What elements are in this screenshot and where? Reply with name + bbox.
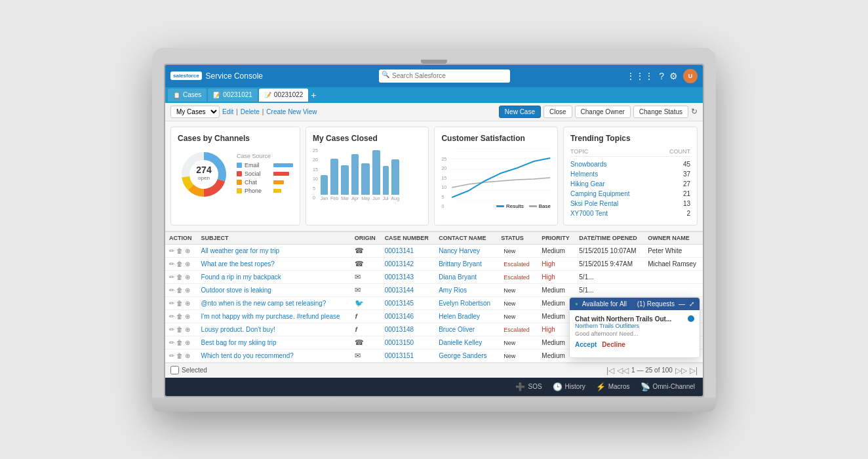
edit-icon[interactable]: ✏ bbox=[169, 313, 174, 320]
change-status-button[interactable]: Change Status bbox=[633, 106, 688, 118]
contact-link[interactable]: Amy Rios bbox=[439, 287, 467, 294]
table-row[interactable]: ✏ 🗑 ⊕ Outdoor stove is leaking ✉ 0001314… bbox=[165, 283, 703, 296]
contact-link[interactable]: Diana Bryant bbox=[439, 273, 477, 281]
case-number-link[interactable]: 00013142 bbox=[385, 260, 414, 268]
subject-link[interactable]: All weather gear for my trip bbox=[201, 247, 280, 254]
delete-icon[interactable]: 🗑 bbox=[176, 326, 183, 333]
contact-link[interactable]: Bruce Oliver bbox=[439, 326, 475, 333]
edit-icon[interactable]: ✏ bbox=[169, 326, 174, 333]
more-icon[interactable]: ⊕ bbox=[185, 326, 190, 333]
contact-link[interactable]: Nancy Harvey bbox=[439, 247, 480, 254]
more-icon[interactable]: ⊕ bbox=[185, 273, 190, 281]
case-number-link[interactable]: 00013141 bbox=[385, 247, 414, 254]
case-number-link[interactable]: 00013151 bbox=[385, 352, 414, 359]
create-view-link[interactable]: Create New View bbox=[266, 108, 317, 115]
delete-icon[interactable]: 🗑 bbox=[176, 352, 183, 359]
contact-link[interactable]: Helen Bradley bbox=[439, 313, 480, 320]
case-number-link[interactable]: 00013143 bbox=[385, 273, 414, 281]
more-icon[interactable]: ⊕ bbox=[185, 313, 190, 320]
apps-icon[interactable]: ⋮⋮⋮ bbox=[626, 71, 654, 81]
edit-icon[interactable]: ✏ bbox=[169, 260, 174, 268]
contact-link[interactable]: Danielle Kelley bbox=[439, 339, 482, 346]
prev-page-button[interactable]: ◁◁ bbox=[617, 366, 629, 375]
delete-icon[interactable]: 🗑 bbox=[176, 260, 183, 268]
table-row[interactable]: ✏ 🗑 ⊕ What are the best ropes? ☎ 0001314… bbox=[165, 257, 703, 270]
view-select[interactable]: My Cases bbox=[170, 106, 220, 118]
case-number-link[interactable]: 00013144 bbox=[385, 287, 414, 294]
select-all-checkbox[interactable] bbox=[170, 366, 179, 374]
minimize-icon[interactable]: — bbox=[679, 300, 685, 308]
subject-link[interactable]: Found a rip in my backpack bbox=[201, 273, 281, 281]
first-page-button[interactable]: |◁ bbox=[606, 366, 614, 375]
delete-icon[interactable]: 🗑 bbox=[176, 300, 183, 307]
new-case-button[interactable]: New Case bbox=[499, 106, 541, 118]
next-page-button[interactable]: ▷▷ bbox=[675, 366, 687, 375]
more-icon[interactable]: ⊕ bbox=[185, 247, 190, 254]
search-input[interactable] bbox=[379, 70, 510, 83]
delete-link[interactable]: Delete bbox=[241, 108, 260, 115]
subject-link[interactable]: Lousy product. Don't buy! bbox=[201, 326, 275, 333]
edit-link[interactable]: Edit bbox=[222, 108, 233, 115]
topic-helments[interactable]: Helments 37 bbox=[570, 169, 690, 179]
case-number-link[interactable]: 00013148 bbox=[385, 326, 414, 333]
bottom-history[interactable]: 🕒 History bbox=[553, 382, 585, 391]
tab-00231022[interactable]: 📝 00231022 bbox=[259, 89, 309, 102]
case-number-link[interactable]: 00013145 bbox=[385, 300, 414, 307]
user-avatar[interactable]: U bbox=[683, 69, 698, 83]
more-icon[interactable]: ⊕ bbox=[185, 260, 190, 268]
case-number-link[interactable]: 00013150 bbox=[385, 339, 414, 346]
topic-hiking-gear[interactable]: Hiking Gear 27 bbox=[570, 179, 690, 189]
refresh-button[interactable]: ↻ bbox=[691, 106, 698, 118]
selected-checkbox[interactable]: Selected bbox=[170, 366, 207, 374]
add-tab-button[interactable]: + bbox=[311, 90, 316, 100]
edit-icon[interactable]: ✏ bbox=[169, 273, 174, 281]
edit-icon[interactable]: ✏ bbox=[169, 339, 174, 346]
topic-ski-pole[interactable]: Sksi Pole Rental 13 bbox=[570, 199, 690, 209]
accept-button[interactable]: Accept bbox=[575, 341, 597, 348]
decline-button[interactable]: Decline bbox=[602, 341, 625, 348]
subject-link[interactable]: I'm not happy with my purchase. #refund … bbox=[201, 313, 340, 320]
bottom-omni[interactable]: 📡 Omni-Channel bbox=[641, 382, 695, 391]
origin-cell: ☎ bbox=[351, 257, 381, 270]
table-row[interactable]: ✏ 🗑 ⊕ All weather gear for my trip ☎ 000… bbox=[165, 244, 703, 257]
tab-cases[interactable]: 📋 Cases bbox=[168, 89, 207, 102]
laptop-base bbox=[152, 397, 716, 412]
col-status: STATUS bbox=[497, 231, 538, 244]
subject-link[interactable]: Best bag for my skiing trip bbox=[201, 339, 277, 346]
subject-link[interactable]: Outdoor stove is leaking bbox=[201, 287, 271, 294]
bottom-sos[interactable]: ➕ SOS bbox=[515, 382, 542, 391]
contact-link[interactable]: Evelyn Robertson bbox=[439, 300, 490, 307]
last-page-button[interactable]: ▷| bbox=[690, 366, 698, 375]
more-icon[interactable]: ⊕ bbox=[185, 339, 190, 346]
bar-jan-label: Jan bbox=[321, 196, 328, 201]
bottom-macros[interactable]: ⚡ Macros bbox=[596, 382, 630, 391]
delete-icon[interactable]: 🗑 bbox=[176, 247, 183, 254]
contact-link[interactable]: George Sanders bbox=[439, 352, 486, 359]
settings-icon[interactable]: ⚙ bbox=[669, 71, 678, 81]
topic-snowboards[interactable]: Snowboards 45 bbox=[570, 159, 690, 169]
change-owner-button[interactable]: Change Owner bbox=[575, 106, 631, 118]
subject-link[interactable]: What are the best ropes? bbox=[201, 260, 275, 268]
edit-icon[interactable]: ✏ bbox=[169, 247, 174, 254]
contact-link[interactable]: Brittany Bryant bbox=[439, 260, 482, 268]
delete-icon[interactable]: 🗑 bbox=[176, 313, 183, 320]
subject-link[interactable]: Which tent do you recommend? bbox=[201, 352, 294, 359]
delete-icon[interactable]: 🗑 bbox=[176, 273, 183, 281]
edit-icon[interactable]: ✏ bbox=[169, 300, 174, 307]
delete-icon[interactable]: 🗑 bbox=[176, 339, 183, 346]
topic-camping[interactable]: Camping Equipment 21 bbox=[570, 189, 690, 199]
subject-link[interactable]: @nto when is the new camp set releasing? bbox=[201, 300, 326, 307]
case-number-link[interactable]: 00013146 bbox=[385, 313, 414, 320]
more-icon[interactable]: ⊕ bbox=[185, 287, 190, 294]
more-icon[interactable]: ⊕ bbox=[185, 352, 190, 359]
close-button[interactable]: Close bbox=[543, 106, 572, 118]
topic-tent[interactable]: XY7000 Tent 2 bbox=[570, 209, 690, 218]
expand-icon[interactable]: ⤢ bbox=[689, 300, 694, 308]
delete-icon[interactable]: 🗑 bbox=[176, 287, 183, 294]
more-icon[interactable]: ⊕ bbox=[185, 300, 190, 307]
edit-icon[interactable]: ✏ bbox=[169, 287, 174, 294]
tab-00231021[interactable]: 📝 00231021 bbox=[208, 89, 258, 102]
table-row[interactable]: ✏ 🗑 ⊕ Found a rip in my backpack ✉ 00013… bbox=[165, 270, 703, 283]
edit-icon[interactable]: ✏ bbox=[169, 352, 174, 359]
help-icon[interactable]: ? bbox=[659, 71, 664, 81]
